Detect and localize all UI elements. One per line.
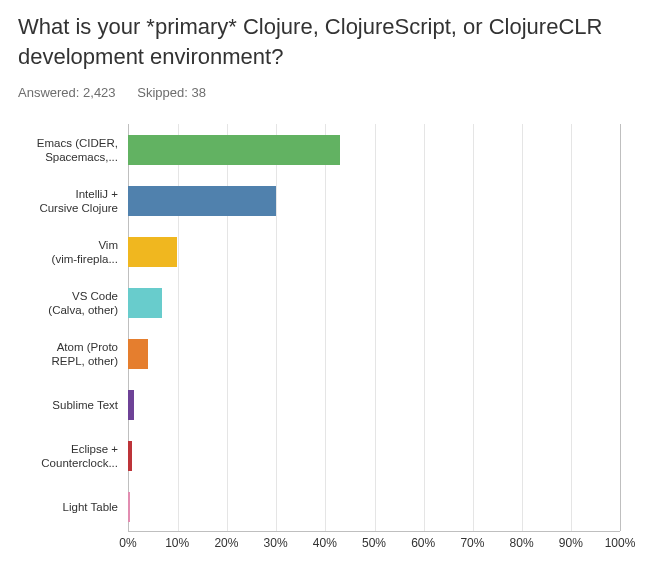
bar-track — [128, 135, 620, 165]
bar-track — [128, 441, 620, 471]
bar-track — [128, 339, 620, 369]
skipped-label: Skipped: — [137, 85, 188, 100]
bar-chart: Emacs (CIDER, Spacemacs,...IntelliJ + Cu… — [18, 116, 640, 556]
bar — [128, 237, 177, 267]
category-label: Vim (vim-firepla... — [18, 238, 118, 267]
chart-rows: Emacs (CIDER, Spacemacs,...IntelliJ + Cu… — [18, 124, 620, 532]
x-tick-label: 100% — [605, 536, 636, 550]
bar-track — [128, 390, 620, 420]
x-tick-label: 40% — [313, 536, 337, 550]
bar — [128, 135, 340, 165]
x-tick-label: 60% — [411, 536, 435, 550]
bar-track — [128, 186, 620, 216]
grid-line — [620, 124, 621, 531]
bar — [128, 339, 148, 369]
chart-row: Vim (vim-firepla... — [18, 226, 620, 277]
x-tick-label: 10% — [165, 536, 189, 550]
answered-count: 2,423 — [83, 85, 116, 100]
category-label: Atom (Proto REPL, other) — [18, 340, 118, 369]
chart-row: Atom (Proto REPL, other) — [18, 328, 620, 379]
bar — [128, 441, 132, 471]
bar — [128, 288, 162, 318]
category-label: Emacs (CIDER, Spacemacs,... — [18, 136, 118, 165]
bar — [128, 390, 134, 420]
x-tick-label: 0% — [119, 536, 136, 550]
chart-row: Light Table — [18, 481, 620, 532]
x-tick-label: 70% — [460, 536, 484, 550]
chart-row: Eclipse + Counterclock... — [18, 430, 620, 481]
x-tick-label: 80% — [510, 536, 534, 550]
response-meta: Answered: 2,423 Skipped: 38 — [18, 85, 640, 100]
answered-label: Answered: — [18, 85, 79, 100]
x-tick-label: 20% — [214, 536, 238, 550]
x-tick-label: 90% — [559, 536, 583, 550]
category-label: Sublime Text — [18, 398, 118, 412]
chart-row: VS Code (Calva, other) — [18, 277, 620, 328]
category-label: IntelliJ + Cursive Clojure — [18, 187, 118, 216]
x-axis: 0%10%20%30%40%50%60%70%80%90%100% — [128, 532, 620, 556]
category-label: VS Code (Calva, other) — [18, 289, 118, 318]
bar — [128, 492, 130, 522]
chart-title: What is your *primary* Clojure, ClojureS… — [18, 12, 640, 71]
bar — [128, 186, 276, 216]
bar-track — [128, 237, 620, 267]
x-tick-label: 30% — [264, 536, 288, 550]
category-label: Eclipse + Counterclock... — [18, 442, 118, 471]
bar-track — [128, 288, 620, 318]
bar-track — [128, 492, 620, 522]
x-tick-label: 50% — [362, 536, 386, 550]
chart-row: IntelliJ + Cursive Clojure — [18, 175, 620, 226]
skipped-count: 38 — [191, 85, 205, 100]
chart-row: Sublime Text — [18, 379, 620, 430]
category-label: Light Table — [18, 500, 118, 514]
chart-row: Emacs (CIDER, Spacemacs,... — [18, 124, 620, 175]
